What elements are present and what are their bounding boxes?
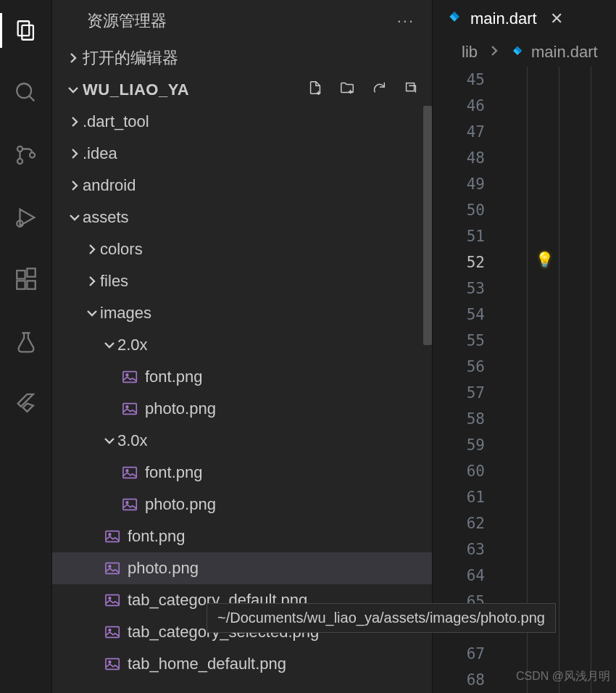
folder-item[interactable]: .dart_tool (52, 106, 432, 138)
code-lines[interactable]: 💡 (496, 67, 616, 693)
sidebar-title: 资源管理器 (87, 10, 167, 32)
folder-item[interactable]: images (52, 297, 432, 329)
activity-flutter[interactable] (9, 387, 43, 422)
file-item[interactable]: photo.png (52, 489, 432, 520)
svg-rect-21 (106, 531, 119, 542)
folder-item[interactable]: 3.0x (52, 425, 432, 457)
image-icon (104, 593, 122, 607)
svg-point-28 (109, 629, 111, 631)
file-item[interactable]: font.png (52, 361, 432, 393)
collapse-all-icon[interactable] (403, 80, 419, 100)
chevron-right-icon (84, 275, 100, 288)
line-number[interactable]: 64 (433, 563, 485, 589)
chevron-right-icon (67, 115, 83, 128)
svg-line-3 (29, 96, 34, 101)
activity-run[interactable] (9, 200, 43, 235)
file-label: font.png (128, 527, 186, 546)
svg-rect-1 (22, 25, 33, 40)
workspace-section[interactable]: WU_LIAO_YA (52, 74, 432, 106)
image-icon (122, 370, 139, 384)
new-file-icon[interactable] (307, 80, 323, 100)
line-number[interactable]: 55 (433, 328, 485, 354)
line-number[interactable]: 49 (433, 171, 485, 197)
line-number[interactable]: 56 (433, 354, 485, 380)
folder-item[interactable]: 2.0x (52, 329, 432, 361)
line-number[interactable]: 57 (433, 380, 485, 406)
file-label: photo.png (145, 399, 216, 418)
activity-explorer[interactable] (9, 13, 43, 48)
line-number[interactable]: 46 (433, 93, 485, 119)
file-label: font.png (145, 368, 203, 386)
file-item[interactable]: photo.png (52, 393, 432, 425)
watermark: CSDN @风浅月明 (516, 669, 610, 684)
folder-label: android (83, 176, 136, 195)
line-number[interactable]: 53 (433, 275, 485, 302)
activity-source-control[interactable] (9, 138, 43, 173)
svg-rect-8 (17, 270, 25, 278)
line-number[interactable]: 62 (433, 510, 485, 536)
sidebar-more-icon[interactable]: ··· (397, 12, 420, 30)
svg-point-20 (126, 502, 128, 504)
open-editors-section[interactable]: 打开的编辑器 (52, 42, 432, 74)
chevron-right-icon (488, 43, 501, 62)
svg-point-14 (126, 374, 128, 376)
path-tooltip: ~/Documents/wu_liao_ya/assets/images/pho… (207, 603, 556, 633)
breadcrumb-file[interactable]: main.dart (511, 43, 598, 62)
workspace-name: WU_LIAO_YA (83, 80, 189, 99)
chevron-down-icon (101, 434, 117, 447)
activity-testing[interactable] (9, 325, 43, 360)
file-item[interactable]: font.png (52, 520, 432, 552)
activity-bar (0, 0, 52, 693)
lightbulb-icon[interactable]: 💡 (536, 251, 554, 268)
svg-rect-12 (407, 83, 415, 91)
line-number[interactable]: 45 (433, 67, 485, 93)
line-number[interactable]: 50 (433, 197, 485, 223)
line-number[interactable]: 51 (433, 223, 485, 249)
image-icon (104, 625, 122, 639)
refresh-icon[interactable] (371, 80, 387, 100)
svg-rect-0 (17, 21, 29, 36)
svg-rect-15 (123, 404, 136, 415)
line-number[interactable]: 68 (433, 667, 485, 693)
line-number[interactable]: 52 (433, 249, 485, 275)
image-icon (122, 497, 139, 512)
new-folder-icon[interactable] (339, 80, 355, 100)
code-area[interactable]: 4546474849505152535455565758596061626364… (433, 67, 616, 693)
folder-item[interactable]: .idea (52, 138, 432, 170)
svg-rect-13 (123, 372, 136, 383)
file-item[interactable]: font.png (52, 457, 432, 489)
close-icon[interactable]: ✕ (550, 9, 563, 28)
file-item[interactable]: photo.png (52, 552, 432, 584)
open-editors-label: 打开的编辑器 (83, 47, 178, 69)
sidebar-header: 资源管理器 ··· (52, 0, 432, 42)
line-number[interactable]: 59 (433, 432, 485, 458)
image-icon (104, 657, 122, 671)
line-number[interactable]: 48 (433, 145, 485, 171)
breadcrumb[interactable]: lib main.dart (433, 38, 616, 67)
folder-label: .dart_tool (83, 112, 149, 131)
breadcrumb-folder[interactable]: lib (462, 43, 478, 62)
svg-point-6 (29, 152, 34, 157)
editor-tab[interactable]: main.dart ✕ (433, 0, 573, 37)
image-icon (104, 561, 122, 576)
svg-point-5 (17, 159, 22, 164)
svg-rect-9 (17, 281, 25, 289)
line-number[interactable]: 60 (433, 458, 485, 484)
line-number[interactable]: 58 (433, 406, 485, 432)
folder-item[interactable]: colors (52, 233, 432, 265)
line-number[interactable]: 63 (433, 536, 485, 563)
folder-item[interactable]: assets (52, 202, 432, 233)
line-number[interactable]: 47 (433, 119, 485, 145)
folder-item[interactable]: files (52, 265, 432, 297)
folder-item[interactable]: android (52, 170, 432, 202)
line-number[interactable]: 54 (433, 302, 485, 328)
file-item[interactable]: tab_home_default.png (52, 648, 432, 680)
svg-rect-27 (106, 627, 119, 638)
line-number[interactable]: 67 (433, 641, 485, 667)
activity-extensions[interactable] (9, 262, 43, 297)
line-number[interactable]: 61 (433, 484, 485, 510)
dart-icon (447, 9, 462, 28)
activity-search[interactable] (9, 75, 43, 110)
tab-label: main.dart (470, 9, 537, 28)
folder-label: 3.0x (117, 431, 148, 450)
